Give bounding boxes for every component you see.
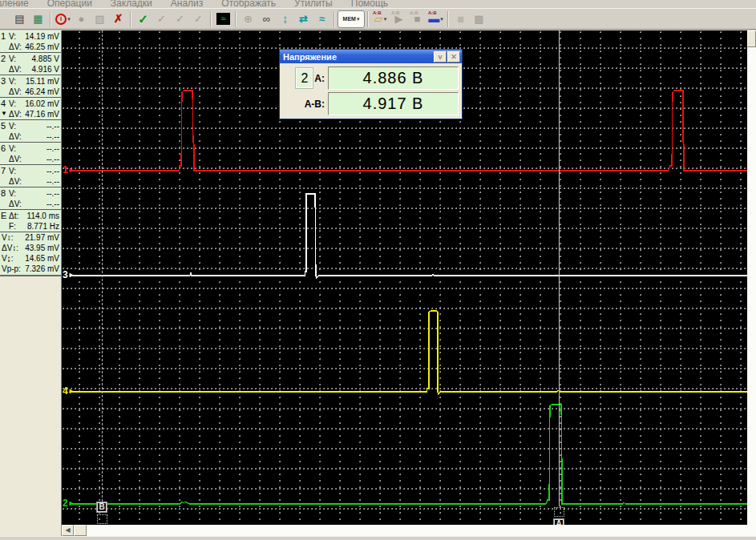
channel-marker-4[interactable]: 4► [63,385,75,397]
autoscale-button[interactable]: ↨ [276,10,294,28]
start-stop-button[interactable]: I▾ [54,10,72,28]
start-stop-button-icon: I [55,14,67,25]
v-line: V:14.19 mV [9,31,59,42]
square-button[interactable]: ■ [451,10,470,28]
cursor-a-line[interactable] [559,30,560,506]
play-ab-button[interactable]: A:B▶ [390,10,408,28]
cursors-button[interactable]: ⇄ [294,10,313,28]
cursor-a-selection[interactable] [554,507,564,517]
dropdown-icon[interactable]: ▾ [67,16,71,22]
dv-line: ΔV:46.24 mV [9,87,59,97]
menu-bar: УправлениеОперацииЗакладкиАнализОтобража… [0,0,756,8]
channel-number: 7 [1,166,6,176]
menu-item-6[interactable]: Помощь [351,0,388,8]
dialog-label-a: A: [314,73,325,84]
channel-row-5: 5V:--.--ΔV:--.-- [0,120,61,143]
scroll-left-icon[interactable]: ◀ [62,525,74,536]
menu-item-0[interactable]: Управление [0,0,29,8]
channel-row-6: 6V:--.--ΔV:--.-- [0,143,61,165]
record-button[interactable]: ● [72,10,91,28]
channel-number: 5 [1,121,6,131]
dropdown-icon[interactable]: ▾ [357,16,360,22]
channel-values: V:14.19 mVΔV:46.25 mV [9,31,59,52]
save-image-button[interactable]: ▦ [29,10,47,28]
search-binoculars-button[interactable]: ∞ [257,10,276,28]
dv-label: ΔV: [9,42,22,52]
check-wave-3-button[interactable]: ✓ [189,10,208,28]
v-line: V:4.885 V [9,54,59,64]
v-label: V: [9,54,16,64]
dv-value: 47.16 mV [25,109,59,119]
dialog-channel-box[interactable]: 2 [296,68,313,88]
close-icon[interactable]: ✕ [447,51,460,62]
probe-button-icon: ▨ [95,14,104,24]
stop-ab-button[interactable]: A:B■ [408,10,427,28]
toolbar-separator [447,11,449,27]
collapse-icon[interactable]: v [434,51,447,62]
channel-row-4: 4▼V:16.02 mVΔV:47.16 mV [0,98,61,120]
check-wave-1-button[interactable]: ✓ [152,10,171,28]
horizontal-scrollbar-thumb[interactable] [74,525,87,536]
waveform-button[interactable]: ≈ [313,10,331,28]
cursor-b-selection[interactable] [97,514,107,524]
menu-item-4[interactable]: Отображать [221,0,276,8]
load-ab-button[interactable]: A:B▱▾ [371,10,390,28]
stats-block: V↕:21.97 mVΔV↕:43.95 mVV↨:14.65 mVVp-p:7… [0,232,61,276]
stop-ab-button-label: A:B [410,10,418,15]
stat-value: 14.65 mV [25,253,59,264]
dv-line: ΔV:--.-- [9,176,59,187]
probe-button[interactable]: ▨ [91,10,109,28]
dv-value: 4.916 V [32,64,59,75]
stat-line-3: Vp-p:7.326 mV [2,264,59,274]
print-button[interactable]: ▤ [10,10,29,28]
dv-value: 46.25 mV [25,42,59,52]
dv-line: ΔV:--.-- [9,154,59,164]
display-mode-button[interactable]: ≈ [214,10,232,28]
clear-button[interactable]: ✗ [109,10,127,28]
channel-number: 3 [1,76,6,87]
channel-marker-arrow-icon: ► [68,387,75,395]
dv-value: --.-- [46,176,59,187]
f-value: 8.771 Hz [27,221,59,232]
voltage-dialog-titlebar[interactable]: Напряжение v ✕ [280,50,462,63]
trigger-marker-icon: ▼ [1,109,7,118]
stat-line-2: V↨:14.65 mV [2,253,59,264]
menu-item-2[interactable]: Закладки [111,0,152,8]
vertical-scrollbar[interactable] [747,30,756,525]
horizontal-scrollbar[interactable]: ◀ [62,525,756,536]
dv-label: ΔV: [9,199,22,209]
check-wave-2-button[interactable]: ✓ [171,10,189,28]
v-line: V:--.-- [9,188,59,199]
v-value: 15.11 mV [26,76,59,87]
clear-button-icon: ✗ [114,14,123,24]
cursor-b-handle[interactable]: B [96,502,107,513]
search-binoculars-button-icon: ∞ [263,14,270,24]
v-label: V: [9,99,16,109]
channel-values: V:--.--ΔV:--.-- [9,188,59,209]
confirm-button-icon: ✓ [138,14,148,24]
cursor-b-line[interactable] [102,30,103,502]
vertical-scrollbar-thumb[interactable] [747,30,756,47]
menu-item-3[interactable]: Анализ [171,0,204,8]
dotted-square-button[interactable]: ▩ [470,10,488,28]
dv-value: 46.24 mV [25,87,59,97]
dv-label: ΔV: [9,64,22,75]
dropdown-icon[interactable]: ▾ [440,16,443,22]
dv-value: --.-- [46,131,59,142]
channel-marker-3[interactable]: 3► [63,269,75,280]
menu-item-1[interactable]: Операции [47,0,92,8]
stop-ab-button-icon: ■ [414,14,421,24]
panel-ab-button-icon: ▬ [428,14,439,24]
panel-ab-button[interactable]: A:B▬▾ [427,10,445,28]
v-line: V:--.-- [9,143,59,154]
confirm-button[interactable]: ✓ [134,10,152,28]
dropdown-icon[interactable]: ▾ [384,16,387,22]
dv-value: --.-- [46,199,59,209]
channel-marker-2[interactable]: 2► [63,498,75,509]
menu-item-5[interactable]: Утилиты [294,0,333,8]
globe-button[interactable]: ⊕ [239,10,257,28]
channel-marker-1[interactable]: 1► [63,164,75,175]
channel-row-8: 8V:--.--ΔV:--.-- [0,187,61,210]
mem-button[interactable]: MEM▾ [338,10,365,28]
v-value: 14.19 mV [25,31,59,42]
